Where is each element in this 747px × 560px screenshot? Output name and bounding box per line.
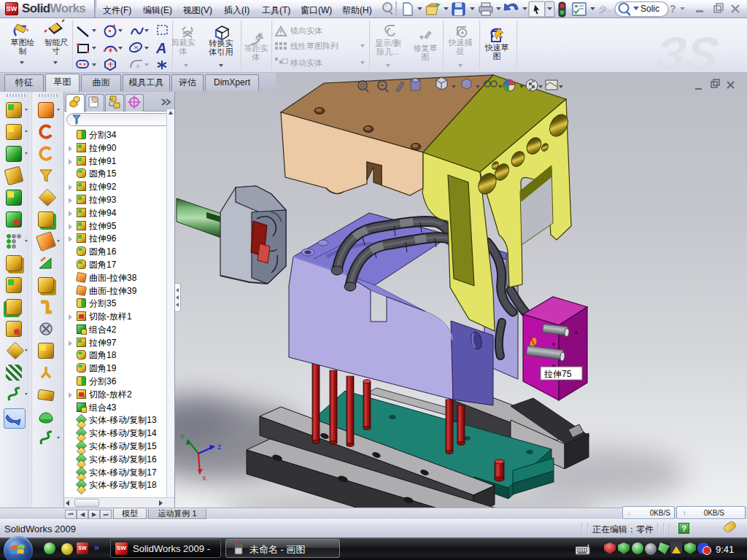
- svg-text:Z: Z: [217, 443, 222, 451]
- svg-text:Solic: Solic: [640, 4, 659, 14]
- svg-text:拉伸75: 拉伸75: [543, 369, 572, 379]
- svg-text:?: ?: [670, 3, 676, 15]
- svg-text:ЗS: ЗS: [651, 27, 722, 73]
- svg-text:少..: 少..: [599, 4, 611, 13]
- svg-text:X: X: [202, 475, 206, 482]
- svg-text:A: A: [155, 40, 166, 56]
- svg-text:Y: Y: [180, 433, 185, 440]
